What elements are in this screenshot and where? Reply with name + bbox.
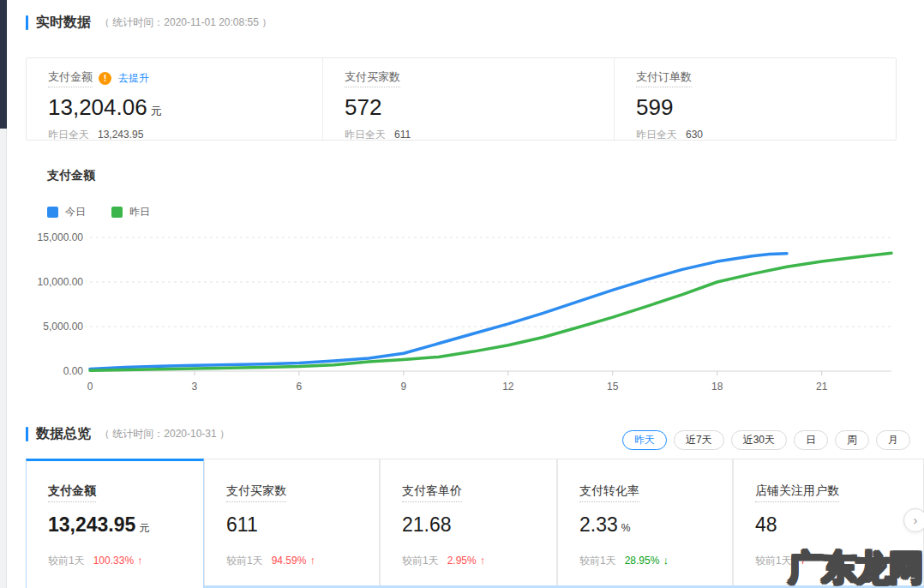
legend-label: 昨日: [129, 205, 150, 219]
change-value: 100.33%: [93, 555, 134, 567]
card-value: 21.68: [402, 513, 452, 536]
dashboard-page: 实时数据 （ 统计时间：2020-11-01 20:08:55 ） 支付金额 !…: [0, 0, 924, 588]
chevron-right-icon: ›: [914, 513, 918, 527]
overview-title: 数据总览: [36, 425, 91, 443]
card-label: 支付客单价: [402, 483, 462, 502]
up-arrow-icon: ↑: [309, 554, 315, 567]
compare-label: 较前1天: [579, 555, 616, 567]
metric-pay-buyers: 支付买家数 572 昨日全天611: [322, 58, 614, 140]
card-unit: 元: [139, 522, 149, 534]
metric-sub-value: 13,243.95: [98, 129, 143, 141]
chart-series-lines: [90, 253, 891, 370]
card-value: 2.33: [579, 513, 618, 536]
card-value: 13,243.95: [48, 513, 135, 536]
legend-item-today[interactable]: 今日: [47, 205, 86, 219]
legend-item-yesterday[interactable]: 昨日: [111, 205, 150, 219]
carousel-next-button[interactable]: ›: [903, 508, 924, 532]
card-label: 支付转化率: [579, 483, 639, 502]
tab-yesterday[interactable]: 昨天: [622, 430, 667, 450]
realtime-timestamp: （ 统计时间：2020-11-01 20:08:55 ）: [99, 15, 272, 30]
compare-label: 较前1天: [48, 555, 85, 567]
overview-section-header: 数据总览 （ 统计时间：2020-10-31 ）: [26, 425, 230, 443]
card-conversion-rate[interactable]: 支付转化率 2.33% 较前1天28.95%↓: [557, 459, 733, 588]
metric-pay-amount: 支付金额 ! 去提升 13,204.06元 昨日全天13,243.95: [27, 58, 322, 140]
card-label: 店铺关注用户数: [755, 483, 839, 502]
tab-30days[interactable]: 近30天: [731, 430, 787, 450]
x-tick-15: 15: [596, 381, 630, 393]
metric-sub-value: 611: [394, 129, 411, 141]
tab-month[interactable]: 月: [876, 430, 910, 450]
metric-sub-value: 630: [686, 129, 703, 141]
down-arrow-icon: ↓: [663, 554, 669, 567]
x-tick-0: 0: [73, 381, 107, 393]
change-value: 28.95%: [625, 555, 660, 567]
legend-label: 今日: [65, 205, 86, 219]
x-tick-21: 21: [805, 381, 839, 393]
realtime-section-header: 实时数据 （ 统计时间：2020-11-01 20:08:55 ）: [26, 14, 272, 32]
yesterday-swatch: [111, 207, 123, 218]
card-value: 611: [226, 513, 258, 536]
metric-label[interactable]: 支付金额: [48, 69, 93, 87]
chart-legend: 今日 昨日: [47, 205, 150, 219]
change-value: 94.59%: [272, 555, 307, 567]
metric-value: 599: [636, 94, 673, 120]
card-unit: %: [621, 522, 631, 534]
promote-link[interactable]: 去提升: [118, 71, 149, 86]
x-tick-18: 18: [700, 381, 735, 393]
chart-canvas: [0, 221, 924, 401]
tab-day[interactable]: 日: [794, 430, 828, 450]
metric-unit: 元: [151, 105, 162, 117]
x-tick-3: 3: [177, 381, 212, 393]
compare-label: 较前1天: [402, 555, 439, 567]
chart-title: 支付金额: [47, 168, 95, 183]
section-accent-bar: [26, 427, 28, 441]
metric-sub-label: 昨日全天: [48, 129, 89, 141]
metric-sub-label: 昨日全天: [636, 129, 677, 141]
y-tick-10000: 10,000.00: [0, 276, 83, 288]
realtime-title: 实时数据: [36, 14, 91, 32]
y-tick-15000: 15,000.00: [0, 231, 83, 243]
card-value: 48: [755, 513, 777, 536]
section-accent-bar: [26, 15, 28, 30]
card-pay-amount[interactable]: 支付金额 13,243.95元 较前1天100.33%↑: [26, 459, 204, 588]
metric-sub-label: 昨日全天: [345, 129, 386, 141]
up-arrow-icon: ↑: [480, 554, 486, 567]
period-tabs: 昨天 近7天 近30天 日 周 月: [622, 430, 910, 450]
sidebar-edge: [0, 0, 7, 129]
metric-label[interactable]: 支付买家数: [345, 69, 400, 87]
overview-timestamp: （ 统计时间：2020-10-31 ）: [99, 427, 230, 441]
tab-7days[interactable]: 近7天: [674, 430, 724, 450]
x-tick-9: 9: [387, 381, 421, 393]
change-value: 2.95%: [447, 555, 477, 567]
alert-icon[interactable]: !: [99, 72, 111, 85]
card-pay-buyers[interactable]: 支付买家数 611 较前1天94.59%↑: [204, 459, 380, 588]
x-tick-12: 12: [491, 381, 525, 393]
payment-line-chart: 15,000.00 10,000.00 5,000.00 0.00 036912…: [0, 221, 924, 401]
realtime-metrics-panel: 支付金额 ! 去提升 13,204.06元 昨日全天13,243.95 支付买家…: [26, 57, 897, 141]
card-label: 支付金额: [48, 483, 96, 502]
today-swatch: [47, 207, 58, 218]
up-arrow-icon: ↑: [137, 554, 143, 567]
x-tick-6: 6: [282, 381, 316, 393]
tab-week[interactable]: 周: [835, 430, 869, 450]
site-watermark: 广东龙网: [789, 544, 922, 588]
metric-value: 13,204.06: [48, 94, 147, 120]
y-tick-5000: 5,000.00: [0, 321, 83, 333]
metric-pay-orders: 支付订单数 599 昨日全天630: [614, 58, 896, 140]
y-tick-0: 0.00: [0, 365, 83, 377]
compare-label: 较前1天: [755, 555, 792, 567]
compare-label: 较前1天: [226, 555, 263, 567]
card-label: 支付买家数: [226, 483, 286, 502]
metric-value: 572: [345, 94, 381, 120]
metric-label[interactable]: 支付订单数: [636, 69, 692, 87]
card-avg-order-value[interactable]: 支付客单价 21.68 较前1天2.95%↑: [380, 459, 557, 588]
